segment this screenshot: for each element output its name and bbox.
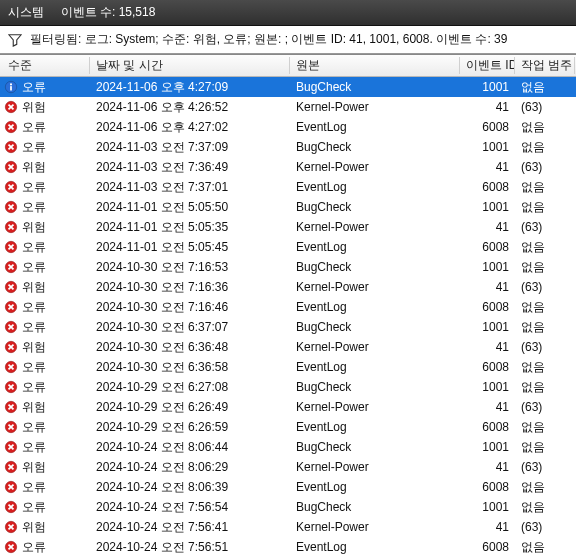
col-header-id[interactable]: 이벤트 ID: [460, 57, 515, 74]
table-row[interactable]: 오류2024-10-30 오전 6:36:58EventLog6008없음: [0, 357, 576, 377]
error-icon: [4, 360, 18, 374]
cell-date: 2024-11-06 오후 4:27:02: [90, 119, 290, 136]
error-icon: [4, 200, 18, 214]
cell-level: 오류: [0, 119, 90, 136]
cell-level: 위험: [0, 399, 90, 416]
col-header-date[interactable]: 날짜 및 시간: [90, 57, 290, 74]
level-text: 위험: [22, 519, 46, 536]
table-row[interactable]: 오류2024-10-29 오전 6:27:08BugCheck1001없음: [0, 377, 576, 397]
cell-date: 2024-11-03 오전 7:37:09: [90, 139, 290, 156]
level-text: 오류: [22, 479, 46, 496]
cell-source: BugCheck: [290, 140, 460, 154]
table-row[interactable]: 위험2024-10-24 오전 8:06:29Kernel-Power41(63…: [0, 457, 576, 477]
col-header-task[interactable]: 작업 범주: [515, 57, 575, 74]
cell-task: 없음: [515, 259, 575, 276]
level-text: 위험: [22, 339, 46, 356]
cell-date: 2024-11-03 오전 7:36:49: [90, 159, 290, 176]
cell-event-id: 41: [460, 220, 515, 234]
cell-date: 2024-10-30 오전 6:36:48: [90, 339, 290, 356]
cell-level: 오류: [0, 379, 90, 396]
error-icon: [4, 260, 18, 274]
cell-event-id: 1001: [460, 80, 515, 94]
cell-source: Kernel-Power: [290, 160, 460, 174]
cell-date: 2024-11-01 오전 5:05:45: [90, 239, 290, 256]
cell-event-id: 6008: [460, 240, 515, 254]
cell-event-id: 6008: [460, 180, 515, 194]
cell-level: 위험: [0, 339, 90, 356]
table-row[interactable]: 위험2024-10-24 오전 7:56:41Kernel-Power41(63…: [0, 517, 576, 537]
cell-date: 2024-11-01 오전 5:05:35: [90, 219, 290, 236]
cell-date: 2024-10-24 오전 8:06:29: [90, 459, 290, 476]
cell-source: BugCheck: [290, 380, 460, 394]
cell-source: BugCheck: [290, 500, 460, 514]
cell-level: 오류: [0, 79, 90, 96]
cell-date: 2024-10-29 오전 6:26:49: [90, 399, 290, 416]
cell-event-id: 6008: [460, 120, 515, 134]
table-row[interactable]: 위험2024-11-03 오전 7:36:49Kernel-Power41(63…: [0, 157, 576, 177]
table-row[interactable]: 오류2024-11-06 오후 4:27:02EventLog6008없음: [0, 117, 576, 137]
table-row[interactable]: 오류2024-10-24 오전 8:06:39EventLog6008없음: [0, 477, 576, 497]
table-row[interactable]: 오류2024-11-03 오전 7:37:01EventLog6008없음: [0, 177, 576, 197]
cell-level: 오류: [0, 419, 90, 436]
level-text: 오류: [22, 419, 46, 436]
table-row[interactable]: 위험2024-10-29 오전 6:26:49Kernel-Power41(63…: [0, 397, 576, 417]
table-row[interactable]: 오류2024-10-30 오전 7:16:53BugCheck1001없음: [0, 257, 576, 277]
cell-task: 없음: [515, 359, 575, 376]
cell-task: 없음: [515, 119, 575, 136]
cell-source: EventLog: [290, 180, 460, 194]
table-row[interactable]: 오류2024-11-01 오전 5:05:45EventLog6008없음: [0, 237, 576, 257]
table-row[interactable]: 위험2024-11-01 오전 5:05:35Kernel-Power41(63…: [0, 217, 576, 237]
level-text: 위험: [22, 279, 46, 296]
table-row[interactable]: 오류2024-11-03 오전 7:37:09BugCheck1001없음: [0, 137, 576, 157]
table-row[interactable]: 오류2024-10-24 오전 8:06:44BugCheck1001없음: [0, 437, 576, 457]
level-text: 오류: [22, 539, 46, 556]
cell-date: 2024-10-24 오전 8:06:39: [90, 479, 290, 496]
table-row[interactable]: 오류2024-10-30 오전 7:16:46EventLog6008없음: [0, 297, 576, 317]
cell-source: BugCheck: [290, 80, 460, 94]
cell-source: Kernel-Power: [290, 280, 460, 294]
cell-source: EventLog: [290, 480, 460, 494]
info-icon: [4, 80, 18, 94]
cell-date: 2024-11-06 오후 4:27:09: [90, 79, 290, 96]
critical-icon: [4, 340, 18, 354]
col-header-level[interactable]: 수준: [0, 57, 90, 74]
cell-task: 없음: [515, 179, 575, 196]
table-row[interactable]: 오류2024-10-24 오전 7:56:51EventLog6008없음: [0, 537, 576, 555]
error-icon: [4, 240, 18, 254]
table-row[interactable]: 오류2024-10-30 오전 6:37:07BugCheck1001없음: [0, 317, 576, 337]
col-header-source[interactable]: 원본: [290, 57, 460, 74]
cell-event-id: 41: [460, 280, 515, 294]
cell-task: 없음: [515, 439, 575, 456]
cell-task: 없음: [515, 299, 575, 316]
cell-date: 2024-10-30 오전 7:16:36: [90, 279, 290, 296]
table-row[interactable]: 위험2024-10-30 오전 6:36:48Kernel-Power41(63…: [0, 337, 576, 357]
cell-event-id: 41: [460, 520, 515, 534]
table-row[interactable]: 오류2024-11-06 오후 4:27:09BugCheck1001없음: [0, 77, 576, 97]
table-row[interactable]: 오류2024-11-01 오전 5:05:50BugCheck1001없음: [0, 197, 576, 217]
cell-level: 오류: [0, 359, 90, 376]
error-icon: [4, 480, 18, 494]
cell-task: (63): [515, 460, 575, 474]
critical-icon: [4, 220, 18, 234]
cell-level: 위험: [0, 159, 90, 176]
error-icon: [4, 120, 18, 134]
cell-source: EventLog: [290, 540, 460, 554]
cell-level: 오류: [0, 319, 90, 336]
table-row[interactable]: 오류2024-10-29 오전 6:26:59EventLog6008없음: [0, 417, 576, 437]
cell-task: (63): [515, 280, 575, 294]
filter-bar: 필터링됨: 로그: System; 수준: 위험, 오류; 원본: ; 이벤트 …: [0, 26, 576, 54]
level-text: 위험: [22, 399, 46, 416]
cell-task: 없음: [515, 539, 575, 556]
table-row[interactable]: 오류2024-10-24 오전 7:56:54BugCheck1001없음: [0, 497, 576, 517]
cell-level: 위험: [0, 459, 90, 476]
level-text: 오류: [22, 299, 46, 316]
table-row[interactable]: 위험2024-10-30 오전 7:16:36Kernel-Power41(63…: [0, 277, 576, 297]
critical-icon: [4, 520, 18, 534]
cell-task: 없음: [515, 479, 575, 496]
cell-date: 2024-10-29 오전 6:26:59: [90, 419, 290, 436]
cell-source: Kernel-Power: [290, 100, 460, 114]
cell-level: 오류: [0, 479, 90, 496]
cell-event-id: 41: [460, 160, 515, 174]
table-row[interactable]: 위험2024-11-06 오후 4:26:52Kernel-Power41(63…: [0, 97, 576, 117]
cell-source: BugCheck: [290, 440, 460, 454]
